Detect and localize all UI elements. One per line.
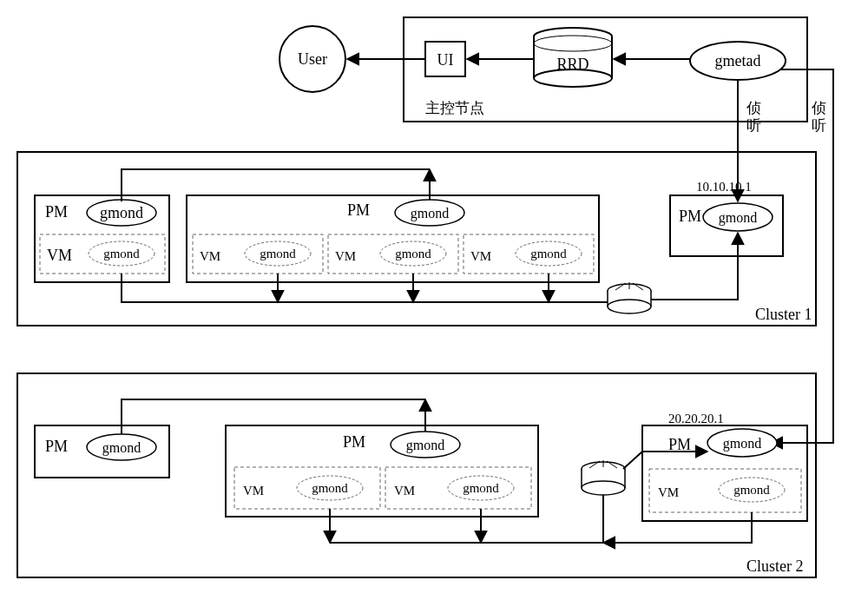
- cluster1-ip: 10.10.10.1: [696, 180, 752, 194]
- c1-pm2-vm3-gmond-label: gmond: [530, 247, 567, 260]
- svg-point-10: [608, 300, 651, 313]
- cluster2-box: [17, 373, 816, 577]
- c1-pm2-label: PM: [347, 201, 370, 219]
- c1-pm2-vm1-label: VM: [200, 249, 220, 263]
- c1-pm2-vm2-gmond-label: gmond: [395, 247, 431, 260]
- user-label: User: [298, 50, 327, 68]
- c2-pm2-vm2-gmond-label: gmond: [463, 481, 499, 495]
- c1-pm2-vm1-gmond-label: gmond: [260, 247, 296, 260]
- c2-pm1-label: PM: [45, 438, 68, 455]
- c1-pm1-gmond-label: gmond: [100, 204, 143, 221]
- c1-pm2-gmond-label: gmond: [411, 206, 449, 221]
- c1-pm2-vm3-label: VM: [470, 249, 491, 263]
- c1-pm1-label: PM: [45, 203, 68, 221]
- ui-label: UI: [437, 51, 454, 69]
- c1-pm2-vm2-label: VM: [335, 249, 356, 263]
- c1-pm2-box: [187, 195, 599, 282]
- c1-router-icon: [608, 282, 651, 313]
- c2-pm3-vm-gmond-label: gmond: [733, 483, 770, 497]
- c2-pm2-box: [226, 425, 538, 517]
- rrd-label: RRD: [556, 56, 589, 73]
- c2-pm3-gmond-label: gmond: [723, 436, 761, 452]
- cluster1-title: Cluster 1: [755, 306, 812, 323]
- svg-point-19: [582, 481, 625, 495]
- listen1-label-b: 听: [746, 117, 761, 134]
- c2-pm2-vm1-label: VM: [243, 484, 264, 498]
- c2-router-icon: [582, 460, 625, 495]
- c2-pm2-label: PM: [343, 433, 365, 451]
- c1-pm3-gmond-label: gmond: [719, 210, 757, 226]
- cluster2-ip: 20.20.20.1: [668, 412, 724, 425]
- c2-pm2-vm2-label: VM: [394, 484, 415, 498]
- master-node-label: 主控节点: [425, 100, 484, 116]
- c2-pm2-vm1-gmond-label: gmond: [312, 481, 348, 495]
- listen1-label-a: 侦: [746, 100, 761, 116]
- architecture-diagram: 主控节点 User UI RRD gmetad 侦 听 侦 听 Cluster …: [0, 0, 868, 600]
- c2-pm2-gmond-label: gmond: [406, 438, 444, 453]
- c1-pm1-vm-gmond-label: gmond: [103, 247, 140, 260]
- listen2-label-b: 听: [812, 117, 826, 134]
- listen2-label-a: 侦: [811, 100, 826, 116]
- c2-pm3-vm-label: VM: [658, 485, 679, 499]
- c1-pm3-label: PM: [679, 208, 701, 225]
- c1-pm1-vm-label: VM: [47, 247, 72, 264]
- c2-pm1-gmond-label: gmond: [102, 440, 141, 456]
- cluster2-title: Cluster 2: [746, 557, 804, 575]
- gmetad-label: gmetad: [715, 52, 761, 69]
